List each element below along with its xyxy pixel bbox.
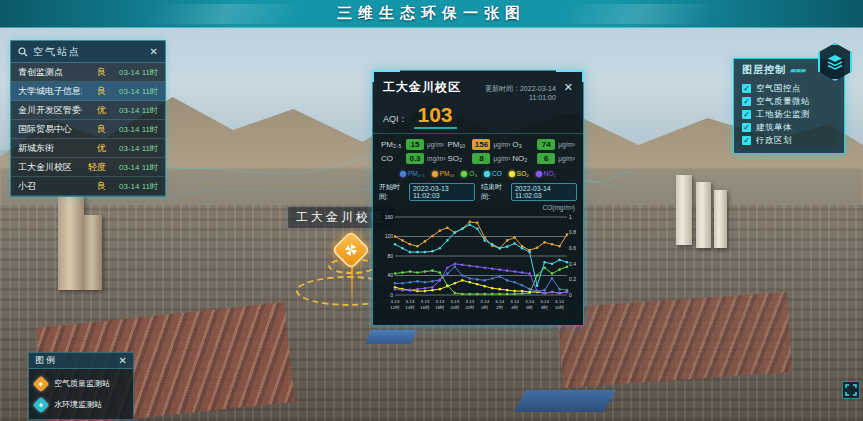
data-point	[416, 251, 419, 254]
series-legend-item[interactable]: PM₂.₅	[400, 170, 425, 177]
close-icon[interactable]: ✕	[150, 47, 158, 57]
station-row[interactable]: 国际贸易中心良03-14 11时	[11, 120, 165, 139]
search-icon[interactable]	[18, 47, 28, 57]
station-update-time: 03-14 11时	[106, 86, 158, 97]
checkbox-checked-icon[interactable]: ✓	[742, 110, 751, 119]
pollutant-cell: NO₂6μg/m³	[512, 153, 575, 164]
building-tower	[676, 175, 692, 245]
station-row[interactable]: 新城东街优03-14 11时	[11, 139, 165, 158]
data-point	[521, 290, 524, 293]
axis-tick-label: 0.2	[569, 276, 576, 282]
data-point	[401, 271, 404, 274]
series-legend-item[interactable]: NO₂	[536, 170, 556, 177]
data-point	[566, 291, 569, 294]
data-point	[409, 289, 412, 292]
data-point	[513, 242, 516, 245]
series-legend-item[interactable]: PM₁₀	[432, 170, 455, 177]
factory-roof	[514, 390, 617, 412]
layer-toggle-row[interactable]: ✓行政区划	[742, 134, 838, 147]
data-point	[431, 250, 434, 253]
marker-pole	[351, 266, 353, 300]
axis-tick-label: 22时	[465, 305, 475, 310]
data-point	[394, 288, 397, 291]
station-row[interactable]: 工大金川校区轻度03-14 11时	[11, 158, 165, 177]
data-point	[454, 292, 457, 295]
data-point	[506, 279, 509, 282]
data-point	[551, 243, 554, 246]
data-point	[543, 266, 546, 269]
data-point	[439, 288, 442, 291]
data-point	[424, 290, 427, 293]
axis-tick-label: 0.6	[569, 245, 576, 251]
station-update-time: 03-14 11时	[106, 105, 158, 116]
pollutant-value-badge: 156	[472, 139, 490, 150]
series-dot-icon	[461, 171, 467, 177]
marker-glyph: ✦	[38, 400, 45, 409]
data-point	[431, 286, 434, 289]
layer-toggle-row[interactable]: ✓空气国控点	[742, 82, 838, 95]
data-point	[468, 221, 471, 224]
pollutant-name: SO₂	[447, 154, 469, 163]
series-line-right	[395, 225, 567, 286]
data-point	[551, 277, 554, 280]
series-line-left	[395, 264, 567, 293]
aqi-label: AQI：	[383, 113, 408, 126]
station-grade: 轻度	[82, 161, 106, 174]
data-point	[506, 293, 509, 296]
fullscreen-button[interactable]	[842, 381, 860, 399]
checkbox-checked-icon[interactable]: ✓	[742, 97, 751, 106]
factory-roof	[365, 330, 418, 344]
data-point	[394, 282, 397, 285]
map-viewport[interactable]: 三维生态环保一张图 空气站点 ✕ 青创监测点良03-14 11时大学城电子信息园…	[0, 0, 863, 421]
data-point	[476, 293, 479, 296]
data-point	[476, 265, 479, 268]
checkbox-checked-icon[interactable]: ✓	[742, 84, 751, 93]
close-icon[interactable]: ✕	[119, 356, 127, 366]
axis-tick-label: 1	[569, 214, 572, 220]
data-point	[431, 269, 434, 272]
station-grade: 优	[82, 104, 106, 117]
series-legend-item[interactable]: CO	[484, 170, 502, 177]
layer-toggle-row[interactable]: ✓空气质量微站	[742, 95, 838, 108]
station-row[interactable]: 金川开发区管委会优03-14 11时	[11, 101, 165, 120]
station-row[interactable]: 青创监测点良03-14 11时	[11, 63, 165, 82]
data-point	[401, 289, 404, 292]
station-row[interactable]: 小召良03-14 11时	[11, 177, 165, 196]
update-time-value: 2022-03-14 11:01:00	[520, 85, 556, 101]
pollutant-name: PM₂.₅	[381, 140, 403, 149]
pollutant-cell: O₃74μg/m³	[512, 139, 575, 150]
data-point	[468, 277, 471, 280]
pollutant-unit: mg/m³	[427, 155, 445, 162]
close-icon[interactable]: ✕	[562, 81, 575, 94]
data-point	[483, 266, 486, 269]
layer-control-panel: 图层控制 ▰▰▰ ✓空气国控点✓空气质量微站✓工地扬尘监测✓建筑单体✓行政区划	[733, 58, 845, 154]
data-point	[409, 243, 412, 246]
series-dot-icon	[536, 171, 542, 177]
data-point	[476, 278, 479, 281]
data-point	[566, 261, 569, 264]
end-time-input[interactable]: 2022-03-14 11:02:03	[511, 183, 577, 201]
checkbox-checked-icon[interactable]: ✓	[742, 136, 751, 145]
data-point	[483, 285, 486, 288]
data-point	[551, 272, 554, 275]
pollutant-unit: μg/m³	[558, 155, 575, 162]
checkbox-checked-icon[interactable]: ✓	[742, 123, 751, 132]
data-point	[506, 269, 509, 272]
data-point	[521, 271, 524, 274]
data-point	[513, 270, 516, 273]
series-legend-item[interactable]: SO₂	[509, 170, 529, 177]
legend-header: 图例 ✕	[29, 353, 133, 369]
axis-tick-label: 3-13	[421, 299, 430, 304]
station-row[interactable]: 大学城电子信息园良03-14 11时	[11, 82, 165, 101]
data-point	[439, 247, 442, 250]
layer-toggle-row[interactable]: ✓工地扬尘监测	[742, 108, 838, 121]
series-legend-item[interactable]: O₃	[461, 170, 477, 177]
right-axis-label: CO(mg/m³)	[373, 203, 583, 211]
pollutant-name: O₃	[512, 140, 534, 149]
aqi-value: 103	[414, 103, 457, 129]
data-point	[513, 293, 516, 296]
station-update-time: 03-14 11时	[106, 162, 158, 173]
layer-toggle-row[interactable]: ✓建筑单体	[742, 121, 838, 134]
axis-tick-label: 0	[569, 292, 572, 298]
start-time-input[interactable]: 2022-03-13 11:02:03	[409, 183, 475, 201]
